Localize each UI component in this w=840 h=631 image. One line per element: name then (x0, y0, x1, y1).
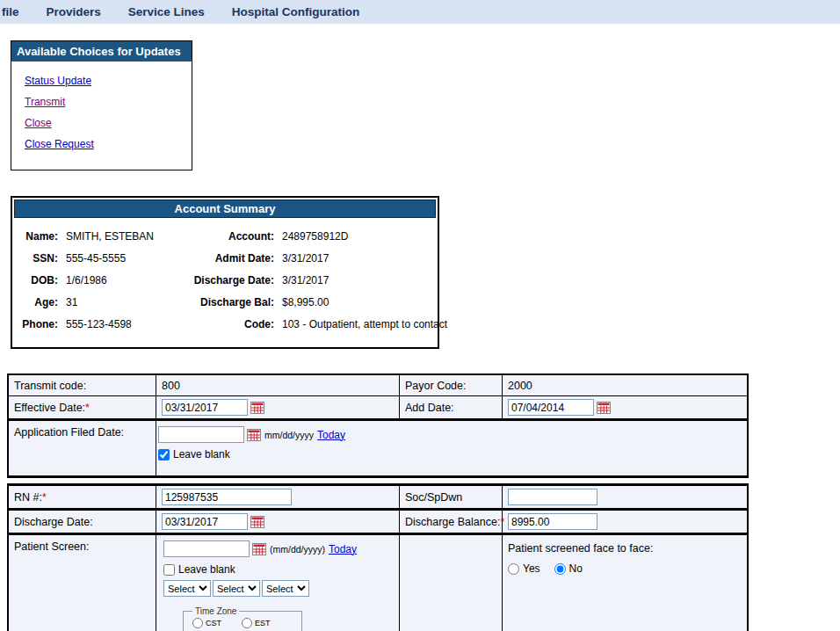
patient-screen-leave-blank-checkbox[interactable] (163, 564, 175, 576)
nav-item-hospital-configuration[interactable]: Hospital Configuration (232, 5, 360, 18)
patient-screened-no-label: No (569, 562, 583, 575)
patient-screen-date-format-hint: (mm/dd/yyyy) (270, 544, 325, 555)
patient-screen-today-link[interactable]: Today (329, 543, 357, 555)
available-choices-title: Available Choices for Updates (11, 41, 192, 62)
patient-screen-leave-blank: Leave blank (163, 563, 235, 576)
ssn-label: SSN: (16, 248, 58, 270)
effective-date-input-cell (156, 396, 400, 418)
patient-screen-empty-cell (400, 535, 503, 631)
ssn-value: 555-45-5555 (66, 248, 182, 270)
admit-date-value: 3/31/2017 (282, 248, 432, 270)
application-filed-leave-blank-label: Leave blank (173, 448, 230, 461)
account-label: Account: (190, 226, 274, 248)
phone-label: Phone: (16, 314, 58, 336)
rn-input[interactable] (162, 489, 292, 505)
code-value: 103 - Outpatient, attempt to contact (282, 314, 447, 336)
add-date-input[interactable] (508, 399, 594, 416)
application-filed-leave-blank: Leave blank (158, 448, 230, 461)
code-label: Code: (190, 314, 274, 336)
payor-code-label: Payor Code: (405, 380, 466, 392)
transmit-code-label-cell: Transmit code: (9, 375, 156, 395)
add-date-calendar-icon[interactable] (597, 402, 611, 414)
soc-label-cell: Soc/SpDwn (400, 486, 503, 508)
patient-screened-yes-label: Yes (523, 562, 540, 575)
link-status-update[interactable]: Status Update (25, 75, 91, 87)
nav-item-file[interactable]: file (2, 5, 19, 18)
patient-screen-content-cell: (mm/dd/yyyy) Today Leave blank Select Se… (156, 535, 400, 631)
name-label: Name: (16, 226, 58, 248)
application-filed-label-cell: Application Filed Date: (9, 421, 156, 475)
form-table-top: Transmit code: 800 Payor Code: 2000 Effe… (7, 374, 749, 478)
form-row-rn-soc: RN #:* Soc/SpDwn (9, 486, 747, 511)
top-nav: file Providers Service Lines Hospital Co… (0, 0, 840, 24)
age-value: 31 (66, 292, 182, 314)
patient-screen-label: Patient Screen: (14, 540, 89, 553)
patient-screened-yes-option: Yes (508, 562, 540, 575)
discharge-bal-label: Discharge Bal: (190, 292, 274, 314)
admit-date-label: Admit Date: (190, 248, 274, 270)
timezone-est-radio[interactable] (242, 618, 252, 628)
patient-screened-cell: Patient screened face to face: Yes No (503, 535, 747, 631)
soc-input[interactable] (508, 489, 597, 505)
summary-row-age-discharge-bal: Age: 31 Discharge Bal: $8,995.00 (16, 292, 432, 314)
discharge-date-label-cell: Discharge Date: (9, 511, 156, 533)
link-close[interactable]: Close (25, 117, 52, 129)
patient-screen-select-3[interactable]: Select (262, 580, 309, 597)
form-table-bottom: RN #:* Soc/SpDwn Discharge Date: Dischar… (7, 483, 749, 631)
add-date-input-cell (503, 396, 747, 418)
application-filed-date-format-hint: mm/dd/yyyy (264, 430, 314, 440)
patient-screened-label: Patient screened face to face: (508, 542, 653, 555)
account-summary-title: Account Summary (14, 199, 436, 218)
nav-item-service-lines[interactable]: Service Lines (128, 5, 205, 18)
patient-screen-leave-blank-label: Leave blank (178, 563, 235, 576)
summary-discharge-date-label: Discharge Date: (190, 270, 274, 292)
soc-input-cell (503, 486, 747, 508)
application-filed-leave-blank-checkbox[interactable] (158, 449, 170, 461)
discharge-balance-input[interactable] (508, 513, 597, 530)
transmit-code-label: Transmit code: (14, 380, 86, 392)
application-filed-input-cell: mm/dd/yyyy Today Leave blank (156, 421, 747, 475)
account-summary-box: Account Summary Name: SMITH, ESTEBAN Acc… (11, 196, 439, 349)
nav-item-providers[interactable]: Providers (47, 5, 101, 18)
patient-screened-yes-radio[interactable] (508, 563, 519, 575)
time-zone-options: CST EST MST PST (192, 618, 298, 631)
patient-screen-date-input[interactable] (163, 540, 250, 557)
form-row-transmit-payor: Transmit code: 800 Payor Code: 2000 (9, 375, 747, 396)
patient-screen-select-1[interactable]: Select (163, 580, 211, 597)
soc-label: Soc/SpDwn (405, 491, 462, 504)
discharge-bal-value: $8,995.00 (282, 292, 432, 314)
patient-screen-calendar-icon[interactable] (252, 543, 266, 555)
patient-screen-label-cell: Patient Screen: (9, 535, 156, 631)
transmit-code-value: 800 (162, 380, 180, 392)
link-close-request[interactable]: Close Request (25, 138, 94, 150)
application-filed-today-link[interactable]: Today (317, 429, 345, 441)
discharge-balance-label-cell: Discharge Balance:* (400, 511, 503, 533)
summary-row-name-account: Name: SMITH, ESTEBAN Account: 2489758912… (16, 226, 432, 248)
discharge-date-calendar-icon[interactable] (250, 516, 264, 528)
phone-value: 555-123-4598 (66, 314, 182, 336)
discharge-balance-label: Discharge Balance: (405, 516, 500, 528)
time-zone-legend: Time Zone (192, 606, 239, 616)
summary-row-dob-discharge-date: DOB: 1/6/1986 Discharge Date: 3/31/2017 (16, 270, 432, 292)
timezone-option-est: EST (242, 618, 291, 628)
discharge-date-input[interactable] (162, 513, 248, 530)
application-filed-calendar-icon[interactable] (247, 429, 261, 441)
discharge-balance-input-cell (503, 511, 747, 533)
payor-code-value: 2000 (508, 380, 532, 392)
application-filed-date-input[interactable] (158, 426, 244, 443)
account-value: 2489758912D (282, 226, 432, 248)
timezone-cst-radio[interactable] (192, 618, 203, 628)
effective-date-input[interactable] (162, 399, 248, 416)
rn-input-cell (156, 486, 400, 508)
patient-screened-no-radio[interactable] (554, 563, 566, 575)
link-transmit[interactable]: Transmit (25, 96, 65, 108)
age-label: Age: (16, 292, 58, 314)
effective-date-label: Effective Date: (14, 402, 85, 414)
patient-screen-select-2[interactable]: Select (213, 580, 260, 597)
transmit-code-value-cell: 800 (156, 375, 400, 395)
application-filed-label: Application Filed Date: (14, 426, 124, 439)
effective-date-calendar-icon[interactable] (250, 402, 264, 414)
timezone-cst-label: CST (206, 619, 221, 627)
form-row-application-filed: Application Filed Date: mm/dd/yyyy Today… (9, 421, 747, 475)
effective-date-required-asterisk: * (85, 402, 90, 414)
